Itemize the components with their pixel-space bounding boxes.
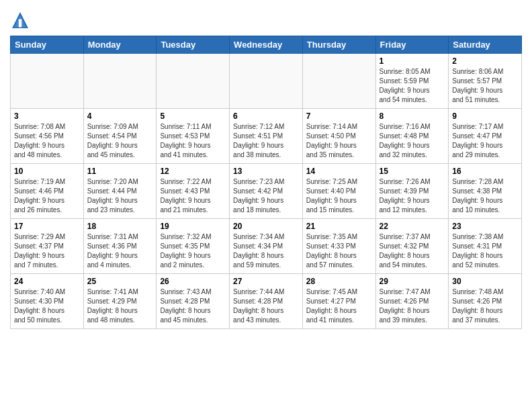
calendar-cell: 29Sunrise: 7:47 AM Sunset: 4:26 PM Dayli… xyxy=(375,274,449,329)
day-number: 15 xyxy=(380,167,445,176)
calendar-cell: 20Sunrise: 7:34 AM Sunset: 4:34 PM Dayli… xyxy=(230,219,303,274)
day-number: 27 xyxy=(233,277,299,286)
weekday-header-saturday: Saturday xyxy=(449,36,522,54)
logo-icon xyxy=(10,10,30,30)
calendar-cell: 17Sunrise: 7:29 AM Sunset: 4:37 PM Dayli… xyxy=(11,219,84,274)
calendar-cell xyxy=(302,54,375,109)
day-info: Sunrise: 7:26 AM Sunset: 4:39 PM Dayligh… xyxy=(380,177,445,215)
calendar-cell xyxy=(230,54,303,109)
calendar-cell xyxy=(157,54,230,109)
day-number: 6 xyxy=(233,111,299,121)
day-info: Sunrise: 7:17 AM Sunset: 4:47 PM Dayligh… xyxy=(452,122,518,160)
calendar-cell: 15Sunrise: 7:26 AM Sunset: 4:39 PM Dayli… xyxy=(375,164,449,219)
calendar-cell: 1Sunrise: 8:05 AM Sunset: 5:59 PM Daylig… xyxy=(375,54,449,109)
day-number: 25 xyxy=(87,277,153,286)
calendar-cell: 11Sunrise: 7:20 AM Sunset: 4:44 PM Dayli… xyxy=(83,164,157,219)
day-info: Sunrise: 7:47 AM Sunset: 4:26 PM Dayligh… xyxy=(380,287,445,325)
calendar-cell: 25Sunrise: 7:41 AM Sunset: 4:29 PM Dayli… xyxy=(83,274,157,329)
weekday-header-sunday: Sunday xyxy=(11,36,84,54)
day-info: Sunrise: 7:11 AM Sunset: 4:53 PM Dayligh… xyxy=(160,122,226,160)
day-info: Sunrise: 7:37 AM Sunset: 4:32 PM Dayligh… xyxy=(380,232,445,270)
calendar-cell: 10Sunrise: 7:19 AM Sunset: 4:46 PM Dayli… xyxy=(11,164,84,219)
day-info: Sunrise: 7:43 AM Sunset: 4:28 PM Dayligh… xyxy=(160,287,226,325)
day-info: Sunrise: 7:16 AM Sunset: 4:48 PM Dayligh… xyxy=(380,122,445,160)
day-info: Sunrise: 7:22 AM Sunset: 4:43 PM Dayligh… xyxy=(160,177,226,215)
day-number: 7 xyxy=(306,111,372,121)
calendar-cell: 27Sunrise: 7:44 AM Sunset: 4:28 PM Dayli… xyxy=(230,274,303,329)
week-row-2: 10Sunrise: 7:19 AM Sunset: 4:46 PM Dayli… xyxy=(11,164,522,219)
day-info: Sunrise: 7:29 AM Sunset: 4:37 PM Dayligh… xyxy=(14,232,80,270)
calendar-cell: 2Sunrise: 8:06 AM Sunset: 5:57 PM Daylig… xyxy=(449,54,522,109)
day-info: Sunrise: 7:08 AM Sunset: 4:56 PM Dayligh… xyxy=(14,122,80,160)
day-info: Sunrise: 8:05 AM Sunset: 5:59 PM Dayligh… xyxy=(380,67,445,105)
calendar-cell: 22Sunrise: 7:37 AM Sunset: 4:32 PM Dayli… xyxy=(375,219,449,274)
day-number: 23 xyxy=(452,222,518,231)
day-number: 26 xyxy=(160,277,226,286)
day-info: Sunrise: 7:40 AM Sunset: 4:30 PM Dayligh… xyxy=(14,287,80,325)
weekday-header-row: SundayMondayTuesdayWednesdayThursdayFrid… xyxy=(11,36,522,54)
calendar-cell xyxy=(11,54,84,109)
calendar-cell xyxy=(83,54,157,109)
weekday-header-wednesday: Wednesday xyxy=(230,36,303,54)
day-info: Sunrise: 7:48 AM Sunset: 4:26 PM Dayligh… xyxy=(452,287,518,325)
calendar-cell: 13Sunrise: 7:23 AM Sunset: 4:42 PM Dayli… xyxy=(230,164,303,219)
day-info: Sunrise: 7:45 AM Sunset: 4:27 PM Dayligh… xyxy=(306,287,372,325)
day-info: Sunrise: 7:20 AM Sunset: 4:44 PM Dayligh… xyxy=(87,177,153,215)
calendar-cell: 12Sunrise: 7:22 AM Sunset: 4:43 PM Dayli… xyxy=(157,164,230,219)
calendar-cell: 5Sunrise: 7:11 AM Sunset: 4:53 PM Daylig… xyxy=(157,109,230,164)
calendar-cell: 23Sunrise: 7:38 AM Sunset: 4:31 PM Dayli… xyxy=(449,219,522,274)
day-info: Sunrise: 7:35 AM Sunset: 4:33 PM Dayligh… xyxy=(306,232,372,270)
day-info: Sunrise: 7:19 AM Sunset: 4:46 PM Dayligh… xyxy=(14,177,80,215)
day-info: Sunrise: 7:32 AM Sunset: 4:35 PM Dayligh… xyxy=(160,232,226,270)
calendar-cell: 6Sunrise: 7:12 AM Sunset: 4:51 PM Daylig… xyxy=(230,109,303,164)
calendar-cell: 16Sunrise: 7:28 AM Sunset: 4:38 PM Dayli… xyxy=(449,164,522,219)
calendar-cell: 18Sunrise: 7:31 AM Sunset: 4:36 PM Dayli… xyxy=(83,219,157,274)
day-number: 29 xyxy=(380,277,445,286)
day-number: 8 xyxy=(380,111,445,121)
day-number: 12 xyxy=(160,167,226,176)
calendar-cell: 19Sunrise: 7:32 AM Sunset: 4:35 PM Dayli… xyxy=(157,219,230,274)
calendar-cell: 28Sunrise: 7:45 AM Sunset: 4:27 PM Dayli… xyxy=(302,274,375,329)
day-number: 20 xyxy=(233,222,299,231)
calendar-cell: 30Sunrise: 7:48 AM Sunset: 4:26 PM Dayli… xyxy=(449,274,522,329)
calendar-cell: 3Sunrise: 7:08 AM Sunset: 4:56 PM Daylig… xyxy=(11,109,84,164)
week-row-4: 24Sunrise: 7:40 AM Sunset: 4:30 PM Dayli… xyxy=(11,274,522,329)
day-info: Sunrise: 7:41 AM Sunset: 4:29 PM Dayligh… xyxy=(87,287,153,325)
day-number: 9 xyxy=(452,111,518,121)
calendar-cell: 7Sunrise: 7:14 AM Sunset: 4:50 PM Daylig… xyxy=(302,109,375,164)
day-number: 1 xyxy=(380,56,445,66)
day-number: 22 xyxy=(380,222,445,231)
weekday-header-monday: Monday xyxy=(83,36,157,54)
day-info: Sunrise: 7:38 AM Sunset: 4:31 PM Dayligh… xyxy=(452,232,518,270)
header xyxy=(10,7,522,30)
day-number: 10 xyxy=(14,167,80,176)
calendar-cell: 8Sunrise: 7:16 AM Sunset: 4:48 PM Daylig… xyxy=(375,109,449,164)
week-row-0: 1Sunrise: 8:05 AM Sunset: 5:59 PM Daylig… xyxy=(11,54,522,109)
day-info: Sunrise: 7:14 AM Sunset: 4:50 PM Dayligh… xyxy=(306,122,372,160)
day-number: 28 xyxy=(306,277,372,286)
weekday-header-tuesday: Tuesday xyxy=(157,36,230,54)
day-info: Sunrise: 7:44 AM Sunset: 4:28 PM Dayligh… xyxy=(233,287,299,325)
logo xyxy=(10,10,33,30)
day-number: 19 xyxy=(160,222,226,231)
day-number: 2 xyxy=(452,56,518,66)
calendar-cell: 24Sunrise: 7:40 AM Sunset: 4:30 PM Dayli… xyxy=(11,274,84,329)
weekday-header-thursday: Thursday xyxy=(302,36,375,54)
page-container: SundayMondayTuesdayWednesdayThursdayFrid… xyxy=(0,0,532,411)
calendar-table: SundayMondayTuesdayWednesdayThursdayFrid… xyxy=(10,36,522,329)
day-number: 3 xyxy=(14,111,80,121)
day-info: Sunrise: 7:34 AM Sunset: 4:34 PM Dayligh… xyxy=(233,232,299,270)
day-info: Sunrise: 7:23 AM Sunset: 4:42 PM Dayligh… xyxy=(233,177,299,215)
day-info: Sunrise: 7:28 AM Sunset: 4:38 PM Dayligh… xyxy=(452,177,518,215)
day-number: 17 xyxy=(14,222,80,231)
day-number: 5 xyxy=(160,111,226,121)
day-number: 30 xyxy=(452,277,518,286)
day-number: 13 xyxy=(233,167,299,176)
calendar-cell: 26Sunrise: 7:43 AM Sunset: 4:28 PM Dayli… xyxy=(157,274,230,329)
day-number: 14 xyxy=(306,167,372,176)
day-number: 24 xyxy=(14,277,80,286)
week-row-1: 3Sunrise: 7:08 AM Sunset: 4:56 PM Daylig… xyxy=(11,109,522,164)
calendar-cell: 9Sunrise: 7:17 AM Sunset: 4:47 PM Daylig… xyxy=(449,109,522,164)
week-row-3: 17Sunrise: 7:29 AM Sunset: 4:37 PM Dayli… xyxy=(11,219,522,274)
calendar-cell: 21Sunrise: 7:35 AM Sunset: 4:33 PM Dayli… xyxy=(302,219,375,274)
